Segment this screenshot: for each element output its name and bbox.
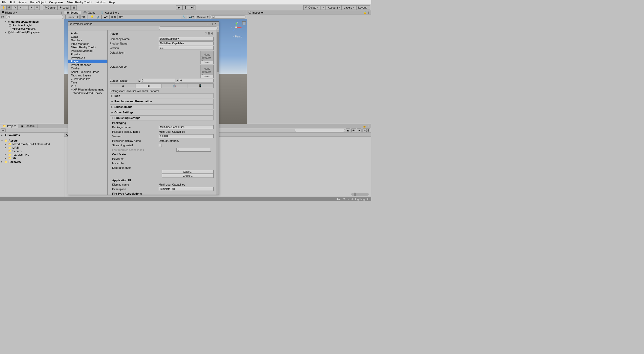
orientation-gizmo[interactable]: z x y [230,21,242,33]
cat-audio[interactable]: Audio [68,31,107,35]
project-search[interactable] [295,129,345,132]
cat-graphics[interactable]: Graphics [68,38,107,42]
packages-row[interactable]: ▶📁Packages [0,160,64,163]
step-button[interactable]: ▶| [189,5,195,10]
pause-button[interactable]: ‖ [182,5,189,10]
product-input[interactable] [159,41,214,45]
tree-row[interactable]: ▶▢MixedRealityPlayspace [0,30,64,34]
move-tool[interactable]: ✥ [7,5,12,10]
favorites-row[interactable]: ▶★Favorites [0,133,64,137]
company-input[interactable] [159,37,214,41]
cat-time[interactable]: Time [68,81,107,84]
assets-row[interactable]: ▼📁Assets [0,139,64,142]
menu-window[interactable]: Window [96,1,105,4]
cat-script[interactable]: Script Execution Order [68,70,107,74]
scene-tabs-opts[interactable]: ⋮ [241,11,247,14]
fold-splash[interactable]: ▶Splash Image [110,104,214,109]
platform-uwp[interactable]: ⊞ [136,84,162,88]
fold-resolution[interactable]: ▶Resolution and Presentation [110,99,214,104]
scale-tool[interactable]: ⤢ [18,5,23,10]
play-button[interactable]: ▶ [176,5,182,10]
fx-toggle[interactable]: ☁▾ [102,15,109,19]
hierarchy-opts[interactable]: ⋮ [60,11,63,14]
custom-tool[interactable]: ✖ [34,5,40,10]
fold-publishing[interactable]: ▼Publishing Settings [110,115,214,120]
folder-row[interactable]: ▶📁TextMesh Pro [0,153,64,156]
tree-row[interactable]: ▢Directional Light [0,23,64,27]
rotate-tool[interactable]: ⟳ [12,5,18,10]
hotspot-x[interactable] [141,79,175,82]
dialog-close[interactable]: ✕ [214,22,217,26]
cat-editor[interactable]: Editor [68,35,107,38]
help-icon[interactable]: ? [205,32,207,35]
preset-icon[interactable]: ⇅ [208,32,210,35]
pkg-name-input[interactable] [159,125,214,129]
project-size-slider[interactable] [351,193,369,196]
proj-btn-2[interactable]: 👁 [351,128,356,132]
pivot-local[interactable]: ⊛Local [58,5,71,10]
platform-standalone[interactable]: 🖥 [110,84,136,88]
inspector-tab[interactable]: ⓘ Inspector 🔒 ⋮ [247,10,371,15]
menu-file[interactable]: File [2,1,7,4]
lighting-toggle[interactable]: 💡 [89,15,95,19]
dialog-maximize[interactable]: ▢ [210,22,213,26]
menu-gameobject[interactable]: GameObject [30,1,46,4]
audio-toggle[interactable]: 🔈 [96,15,102,19]
layers-dropdown[interactable]: Layers▾ [342,5,356,10]
cat-mrtk[interactable]: Mixed Reality Toolkit [68,46,107,49]
cat-preset[interactable]: Preset Manager [68,63,107,67]
cat-player[interactable]: Player [68,60,107,63]
transform-tool[interactable]: ✦ [29,5,34,10]
camera-toggle[interactable]: 📷▾ [188,15,195,19]
cat-tmp[interactable]: ▶TextMesh Pro [68,77,107,81]
desc-input[interactable] [159,187,214,191]
persp-label[interactable]: ◂ Persp [233,35,242,38]
rect-tool[interactable]: ▭ [23,5,29,10]
cat-xr[interactable]: ▼XR Plug-in Management [68,88,107,91]
cat-tags[interactable]: Tags and Layers [68,74,107,77]
hotspot-y[interactable] [179,79,214,82]
settings-icon[interactable]: ⚙ [211,32,214,35]
scene-search[interactable] [210,15,246,19]
tab-project[interactable]: 📁 Project [0,124,18,128]
platform-android[interactable]: 🤖 [162,84,188,88]
fold-other[interactable]: ▶Other Settings [110,110,214,115]
account-dropdown[interactable]: Account▾ [326,5,342,10]
hierarchy-create[interactable]: +▾ [0,15,5,19]
tab-game[interactable]: 🎮 Game [81,11,98,14]
tree-row[interactable]: ▢MixedRealityToolkit [0,27,64,30]
default-cursor-slot[interactable]: None(Texture 2D) Select [200,65,214,78]
proj-hidden-count[interactable]: 👁15 [363,128,370,132]
dialog-scrollbar[interactable] [216,30,219,195]
cursor-select[interactable]: Select [201,75,213,78]
platform-ios[interactable]: 📱 [187,84,213,88]
menu-help[interactable]: Help [109,1,115,4]
folder-row[interactable]: 📁Scenes [0,149,64,153]
folder-row[interactable]: ▶📁MixedRealityToolkit.Generated [0,142,64,146]
default-icon-slot[interactable]: None(Texture 2D) Select [200,51,214,64]
menu-assets[interactable]: Assets [18,1,27,4]
folder-row[interactable]: ▶📁XR [0,156,64,160]
proj-btn-3[interactable]: ★ [357,128,361,132]
menu-edit[interactable]: Edit [10,1,15,4]
project-create[interactable]: +▾ [1,128,6,132]
proj-btn-1[interactable]: ▣ [346,128,350,132]
pivot-center[interactable]: ⊙Center [43,5,58,10]
dialog-menu[interactable]: ⋮ [206,22,210,26]
snap-tool[interactable]: ▦ [71,5,77,10]
cat-quality[interactable]: Quality [68,67,107,70]
tools-toggle[interactable]: 🔧 [181,15,187,19]
status-lighting[interactable]: Auto Generate Lighting Off [336,198,369,201]
pkg-ver-input[interactable] [159,134,214,138]
inspector-lock[interactable]: 🔒 ⋮ [364,11,370,14]
tab-scene[interactable]: ▦ Scene [64,11,81,14]
fold-icon[interactable]: ▶Icon [110,93,214,98]
cat-package[interactable]: Package Manager [68,49,107,53]
hierarchy-search-input[interactable] [6,15,63,19]
cat-physics[interactable]: Physics [68,53,107,56]
menu-component[interactable]: Component [49,1,63,4]
hierarchy-tab[interactable]: ☰ Hierarchy ⋮ [0,10,64,15]
hidden-toggle[interactable]: 👁0 [109,15,117,19]
cert-select-button[interactable]: Select... [162,170,214,174]
grid-toggle[interactable]: ▦▾ [117,15,124,19]
